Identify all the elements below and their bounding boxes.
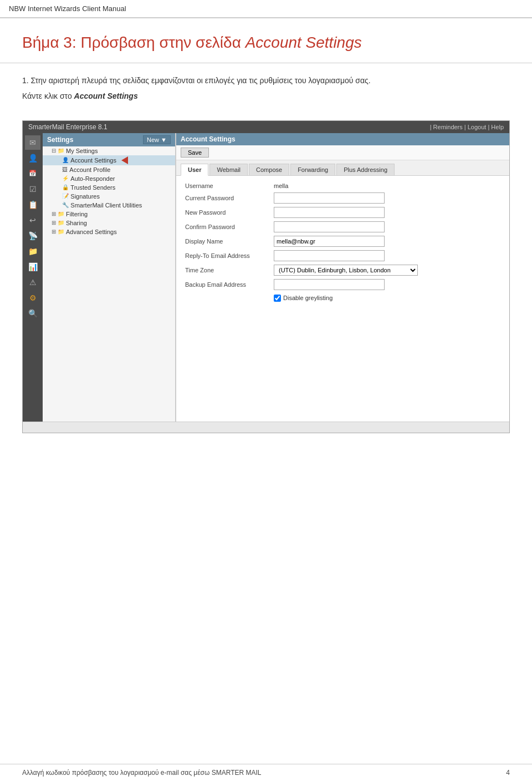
select-timezone[interactable]: (UTC) Dublin, Edinburgh, Lisbon, London — [274, 265, 418, 276]
tab-user[interactable]: User — [181, 164, 208, 176]
tree-label-my-settings: My Settings — [66, 148, 98, 154]
page-footer: Αλλαγή κωδικού πρόσβασης του λογαριασμού… — [0, 764, 532, 781]
label-new-password: New Password — [185, 209, 274, 216]
folder-icon-my-settings: 📁 — [58, 148, 64, 154]
expand-icon: ⊟ — [52, 148, 56, 154]
tree-label-filtering: Filtering — [66, 211, 88, 217]
rss-icon[interactable]: 📡 — [25, 229, 40, 243]
expand-icon-advanced: ⊞ — [52, 229, 56, 235]
tree-item-sharing[interactable]: ⊞ 📁 Sharing — [43, 219, 175, 227]
contacts-icon[interactable]: 👤 — [25, 151, 40, 165]
gear-icon[interactable]: ⚙ — [25, 291, 40, 305]
notes-icon[interactable]: 📋 — [25, 197, 40, 212]
tree-label-sharing: Sharing — [66, 220, 87, 226]
label-confirm-password: Confirm Password — [185, 224, 274, 230]
reply-icon[interactable]: ↩ — [25, 213, 40, 227]
signatures-icon: 📝 — [62, 193, 69, 199]
form-row-backup-email: Backup Email Address — [185, 279, 500, 290]
label-current-password: Current Password — [185, 195, 274, 201]
label-reply-to: Reply-To Email Address — [185, 252, 274, 259]
form-row-username: Username mella — [185, 182, 500, 189]
tree-label-signatures: Signatures — [70, 193, 100, 200]
label-disable-greylisting: Disable greylisting — [283, 295, 332, 301]
label-username: Username — [185, 182, 274, 189]
nav-sidebar: Settings New ▼ ⊟ 📁 My Settings 👤 Account… — [43, 133, 176, 422]
spacer — [56, 157, 60, 163]
tree-item-account-settings[interactable]: 👤 Account Settings — [43, 155, 175, 165]
label-backup-email: Backup Email Address — [185, 281, 274, 288]
checkbox-disable-greylisting[interactable] — [274, 295, 281, 302]
page-title: Βήμα 3: Πρόσβαση στην σελίδα Account Set… — [22, 34, 510, 52]
tree-label-account-settings: Account Settings — [70, 157, 116, 164]
input-reply-to[interactable] — [274, 250, 385, 261]
tree-label-client-utilities: SmarterMail Client Utilities — [70, 202, 142, 209]
user-icon-account-settings: 👤 — [62, 157, 69, 163]
save-button[interactable]: Save — [181, 148, 209, 158]
page-heading: Βήμα 3: Πρόσβαση στην σελίδα Account Set… — [0, 18, 532, 63]
folder-icon[interactable]: 📁 — [25, 244, 40, 258]
tasks-icon[interactable]: ☑ — [25, 182, 40, 196]
form-row-reply-to: Reply-To Email Address — [185, 250, 500, 261]
folder-icon-advanced: 📁 — [58, 229, 64, 235]
reports-icon[interactable]: 📊 — [25, 260, 40, 274]
warning-icon[interactable]: ⚠ — [25, 275, 40, 290]
form-row-display-name: Display Name — [185, 236, 500, 247]
form-row-timezone: Time Zone (UTC) Dublin, Edinburgh, Lisbo… — [185, 265, 500, 276]
form-row-confirm-password: Confirm Password — [185, 221, 500, 232]
form-row-current-password: Current Password — [185, 192, 500, 204]
new-button[interactable]: New ▼ — [143, 135, 171, 144]
tree-label-auto-responder: Auto-Responder — [70, 175, 115, 182]
tab-plus-addressing[interactable]: Plus Addressing — [336, 164, 395, 175]
tree-item-filtering[interactable]: ⊞ 📁 Filtering — [43, 210, 175, 219]
value-username: mella — [274, 182, 288, 189]
tree-item-account-profile[interactable]: 🖼 Account Profile — [43, 165, 175, 174]
tab-forwarding[interactable]: Forwarding — [290, 164, 335, 175]
app-layout: ✉ 👤 📅 ☑ 📋 ↩ 📡 📁 📊 ⚠ ⚙ 🔍 Settings New ▼ ⊟ — [23, 133, 509, 422]
tree-item-advanced-settings[interactable]: ⊞ 📁 Advanced Settings — [43, 227, 175, 236]
form-row-new-password: New Password — [185, 207, 500, 218]
email-icon[interactable]: ✉ — [25, 135, 40, 150]
input-current-password[interactable] — [274, 192, 385, 204]
expand-icon-filtering: ⊞ — [52, 211, 56, 217]
tree-item-trusted-senders[interactable]: 🔒 Trusted Senders — [43, 183, 175, 192]
profile-icon: 🖼 — [62, 166, 68, 173]
input-backup-email[interactable] — [274, 279, 385, 290]
instruction-step1: 1. Στην αριστερή πλευρά της σελίδας εμφα… — [22, 74, 510, 87]
checkbox-row-greylisting: Disable greylisting — [274, 295, 500, 302]
folder-icon-filtering: 📁 — [58, 211, 64, 217]
tree-item-signatures[interactable]: 📝 Signatures — [43, 192, 175, 201]
input-display-name[interactable] — [274, 236, 385, 247]
tree-item-my-settings[interactable]: ⊟ 📁 My Settings — [43, 146, 175, 155]
icon-sidebar: ✉ 👤 📅 ☑ 📋 ↩ 📡 📁 📊 ⚠ ⚙ 🔍 — [23, 133, 43, 422]
input-confirm-password[interactable] — [274, 221, 385, 232]
label-timezone: Time Zone — [185, 267, 274, 273]
footer-page: 4 — [506, 769, 510, 777]
app-title: SmarterMail Enterprise 8.1 — [28, 123, 108, 131]
calendar-icon[interactable]: 📅 — [25, 166, 40, 181]
auto-responder-icon: ⚡ — [62, 175, 69, 181]
label-display-name: Display Name — [185, 238, 274, 245]
main-content: Account Settings Save User Webmail Compo… — [176, 133, 509, 422]
instruction-step1b: Κάντε κλικ στο Account Settings — [22, 90, 510, 102]
instructions: 1. Στην αριστερή πλευρά της σελίδας εμφα… — [0, 74, 532, 115]
app-topbar: SmarterMail Enterprise 8.1 | Reminders |… — [23, 121, 509, 133]
tabs-row: User Webmail Compose Forwarding Plus Add… — [176, 160, 509, 176]
tree-item-client-utilities[interactable]: 🔧 SmarterMail Client Utilities — [43, 201, 175, 210]
nav-section-header: Settings New ▼ — [43, 133, 175, 146]
form-area: Username mella Current Password New Pass… — [176, 176, 509, 308]
expand-icon-sharing: ⊞ — [52, 220, 56, 226]
tab-webmail[interactable]: Webmail — [209, 164, 248, 175]
folder-icon-sharing: 📁 — [58, 220, 64, 226]
document-title: NBW Internet Wizards Client Manual — [0, 0, 532, 18]
app-links: | Reminders | Logout | Help — [430, 124, 504, 130]
main-header: Account Settings — [176, 133, 509, 145]
search-icon[interactable]: 🔍 — [25, 306, 40, 321]
red-arrow-indicator — [121, 156, 128, 164]
app-bottom — [23, 422, 509, 433]
footer-text: Αλλαγή κωδικού πρόσβασης του λογαριασμού… — [22, 769, 262, 777]
tree-item-auto-responder[interactable]: ⚡ Auto-Responder — [43, 174, 175, 183]
main-toolbar: Save — [176, 145, 509, 160]
trusted-senders-icon: 🔒 — [62, 184, 69, 190]
tab-compose[interactable]: Compose — [249, 164, 289, 175]
input-new-password[interactable] — [274, 207, 385, 218]
